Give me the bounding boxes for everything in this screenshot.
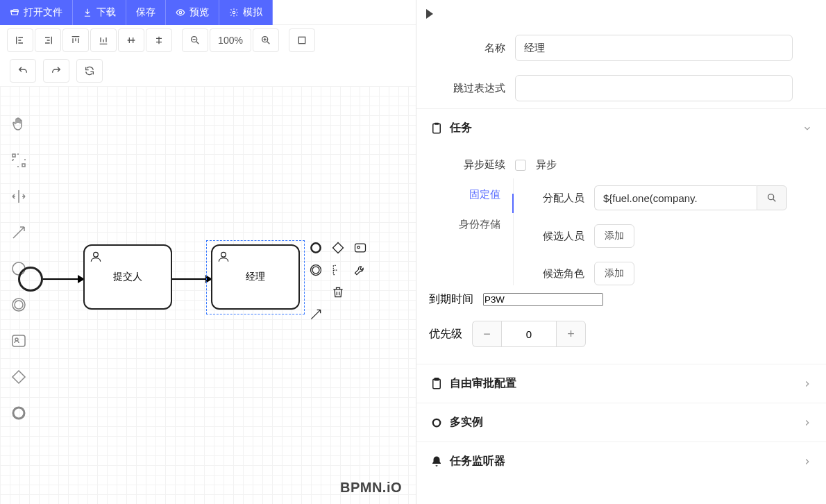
undo-icon [17, 65, 28, 76]
redo-button[interactable] [43, 59, 69, 83]
name-input[interactable] [515, 35, 793, 61]
space-icon [10, 188, 27, 205]
assignment-tabs: 固定值 身份存储 [416, 178, 514, 285]
folder-open-icon [10, 8, 19, 17]
task-label: 经理 [246, 271, 265, 283]
align-bottom-icon [98, 35, 109, 46]
align-toolbar: 100% [0, 25, 416, 56]
svg-rect-14 [355, 244, 366, 252]
wrench-icon [353, 263, 367, 277]
download-label: 下载 [96, 6, 116, 19]
save-label: 保存 [136, 6, 155, 19]
align-center-v-button[interactable] [146, 28, 172, 52]
align-left-button[interactable] [7, 28, 33, 52]
refresh-button[interactable] [76, 59, 103, 83]
task-group-title: 任务 [450, 121, 472, 135]
user-icon [217, 250, 230, 264]
svg-point-17 [312, 267, 319, 274]
properties-panel: 名称 跳过表达式 任务 异步延续 异步 固定值 身份存储 [416, 0, 826, 504]
zoom-out-button[interactable] [182, 28, 208, 52]
open-file-button[interactable]: 打开文件 [0, 0, 73, 25]
add-candidate-user-button[interactable]: 添加 [594, 224, 634, 248]
priority-increment[interactable]: + [557, 321, 586, 347]
task-group-body: 异步延续 异步 固定值 身份存储 分配人员 [416, 147, 826, 364]
user-rect-icon [353, 241, 367, 255]
change-type[interactable] [351, 261, 369, 279]
append-task[interactable] [351, 239, 369, 257]
append-end-event[interactable] [307, 239, 325, 257]
gateway-tool[interactable] [8, 367, 29, 387]
sequence-flow-1[interactable] [43, 278, 83, 280]
align-bottom-button[interactable] [90, 28, 117, 52]
connect[interactable] [307, 305, 325, 324]
assignment-fields: 分配人员 候选人员 添加 候选角色 添加 [514, 178, 826, 285]
lasso-icon [10, 152, 27, 169]
svg-rect-4 [298, 37, 305, 43]
assignee-label: 分配人员 [529, 192, 584, 205]
task-group-header[interactable]: 任务 [416, 108, 826, 147]
priority-label: 优先级 [429, 327, 462, 342]
clipboard-icon [430, 378, 443, 390]
align-center-h-button[interactable] [118, 28, 144, 52]
svg-point-1 [233, 11, 235, 14]
svg-point-7 [15, 301, 23, 309]
align-top-button[interactable] [62, 28, 89, 52]
bpmn-task-submitter[interactable]: 提交人 [83, 244, 172, 310]
download-button[interactable]: 下载 [73, 0, 126, 25]
simulate-button[interactable]: 模拟 [219, 0, 273, 25]
download-icon [83, 8, 92, 17]
bpmn-start-event[interactable] [18, 267, 43, 292]
add-candidate-role-button[interactable]: 添加 [594, 262, 634, 285]
tab-fixed-value[interactable]: 固定值 [469, 188, 513, 201]
space-tool[interactable] [8, 186, 29, 207]
save-button[interactable]: 保存 [126, 0, 166, 25]
priority-decrement[interactable]: − [472, 321, 501, 347]
free-approval-title: 自由审批配置 [450, 376, 516, 391]
annotation[interactable] [329, 261, 347, 279]
skip-expression-input[interactable] [515, 75, 793, 101]
context-pad [307, 239, 371, 325]
editor-pane: 打开文件 下载 保存 预览 模拟 100% [0, 0, 416, 504]
chevron-right-icon [802, 457, 812, 467]
clipboard-check-icon [430, 122, 443, 135]
user-task-tool[interactable] [8, 330, 29, 351]
undo-button[interactable] [10, 59, 36, 83]
double-circle-icon [309, 263, 323, 277]
double-circle-icon [10, 296, 27, 313]
free-approval-header[interactable]: 自由审批配置 [416, 364, 826, 403]
zoom-in-button[interactable] [253, 28, 279, 52]
append-intermediate[interactable] [307, 261, 325, 279]
assignee-input[interactable] [594, 185, 757, 210]
svg-point-11 [94, 252, 99, 257]
bpmn-task-manager[interactable]: 经理 [211, 244, 300, 310]
align-right-button[interactable] [35, 28, 61, 52]
global-connect-tool[interactable] [8, 222, 29, 243]
simulate-label: 模拟 [243, 6, 262, 19]
intermediate-event-tool[interactable] [8, 294, 29, 315]
async-checkbox[interactable] [515, 160, 526, 171]
tab-identity-store[interactable]: 身份存储 [459, 218, 513, 231]
svg-point-15 [357, 246, 360, 249]
align-right-icon [42, 35, 53, 46]
sequence-flow-2[interactable] [172, 278, 211, 280]
lasso-tool[interactable] [8, 150, 29, 171]
user-task-icon [10, 333, 27, 349]
preview-button[interactable]: 预览 [166, 0, 219, 25]
hand-tool[interactable] [8, 114, 29, 135]
bpmn-canvas[interactable]: 提交人 经理 BPMN.iO [0, 86, 416, 504]
multi-instance-header[interactable]: 多实例 [416, 403, 826, 442]
task-listener-header[interactable]: 任务监听器 [416, 442, 826, 480]
annotation-icon [331, 263, 345, 277]
append-gateway[interactable] [329, 239, 347, 257]
user-icon [89, 250, 103, 264]
due-label: 到期时间 [429, 292, 473, 307]
panel-collapse-toggle[interactable] [416, 0, 826, 28]
priority-input[interactable] [501, 321, 557, 347]
end-event-tool[interactable] [8, 403, 29, 423]
svg-point-20 [768, 194, 774, 200]
redo-icon [51, 65, 62, 76]
due-date-input[interactable] [483, 293, 603, 306]
fit-screen-button[interactable] [289, 28, 315, 52]
delete-element[interactable] [329, 283, 347, 301]
assignee-search-button[interactable] [757, 185, 787, 210]
